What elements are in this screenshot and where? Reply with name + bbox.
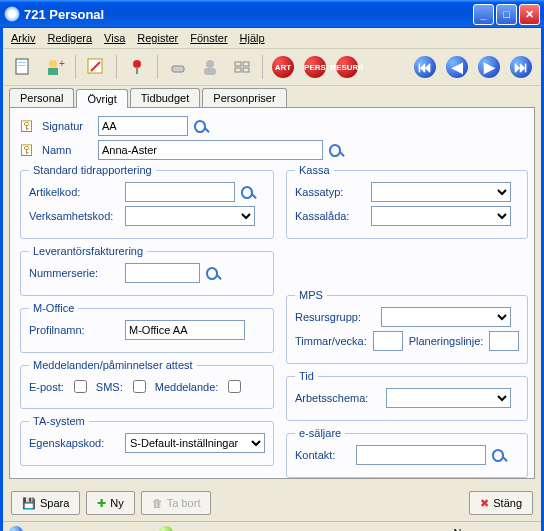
egenskapskod-label: Egenskapskod: (29, 437, 119, 449)
timmar-input[interactable] (373, 331, 403, 351)
save-label: Spara (40, 497, 69, 509)
tab-tidbudget[interactable]: Tidbudget (130, 88, 201, 107)
signatur-search-icon[interactable] (194, 117, 212, 135)
nummerserie-input[interactable] (125, 263, 200, 283)
svg-point-11 (206, 60, 214, 68)
x-icon: ✖ (480, 497, 489, 510)
verksamhetskod-label: Verksamhetskod: (29, 210, 119, 222)
badge-art[interactable]: ART (269, 53, 297, 81)
status-dot-green (159, 526, 173, 532)
menu-hjalp[interactable]: Hjälp (240, 32, 265, 44)
group-leverantorsfakturering: Leverantörsfakturering Nummerserie: (20, 245, 274, 296)
menu-visa[interactable]: Visa (104, 32, 125, 44)
svg-rect-0 (16, 59, 28, 74)
planeringslinje-input[interactable] (489, 331, 519, 351)
new-doc-icon[interactable] (9, 53, 37, 81)
kassatyp-label: Kassatyp: (295, 186, 365, 198)
svg-rect-13 (235, 62, 241, 66)
artikelkod-search-icon[interactable] (241, 183, 259, 201)
menu-register[interactable]: Register (137, 32, 178, 44)
signatur-input[interactable] (98, 116, 188, 136)
sms-label: SMS: (96, 381, 123, 393)
legend-es: e-säljare (295, 427, 345, 439)
nav-last-icon[interactable]: ⏭ (507, 53, 535, 81)
statusbar: Ny (3, 521, 541, 531)
timmar-label: Timmar/vecka: (295, 335, 367, 347)
footer: 💾 Spara ✚ Ny 🗑 Ta bort ✖ Stäng (3, 485, 541, 521)
close-label: Stäng (493, 497, 522, 509)
kassalada-select[interactable] (371, 206, 511, 226)
svg-rect-14 (243, 62, 249, 66)
epost-label: E-post: (29, 381, 64, 393)
badge-resurs[interactable]: RESURS (333, 53, 361, 81)
eraser-icon[interactable] (164, 53, 192, 81)
namn-search-icon[interactable] (329, 141, 347, 159)
plus-icon: ✚ (97, 497, 106, 510)
tabstrip: Personal Övrigt Tidbudget Personpriser (3, 88, 541, 107)
status-ny[interactable]: Ny (454, 527, 467, 532)
kontakt-search-icon[interactable] (492, 446, 510, 464)
key-icon: ⚿ (20, 118, 36, 134)
svg-rect-12 (204, 68, 216, 75)
egenskapskod-select[interactable]: S-Default-inställningar (125, 433, 265, 453)
tab-personpriser[interactable]: Personpriser (202, 88, 286, 107)
svg-rect-1 (18, 62, 26, 63)
add-person-icon[interactable]: + (41, 53, 69, 81)
new-label: Ny (110, 497, 123, 509)
tab-personal[interactable]: Personal (9, 88, 74, 107)
arbetsschema-label: Arbetsschema: (295, 392, 380, 404)
close-button[interactable]: ✕ (519, 4, 540, 25)
artikelkod-label: Artikelkod: (29, 186, 119, 198)
tab-ovrigt[interactable]: Övrigt (76, 89, 127, 108)
nav-next-icon[interactable]: ▶ (475, 53, 503, 81)
kassalada-label: Kassalåda: (295, 210, 365, 222)
delete-button: 🗑 Ta bort (141, 491, 212, 515)
verksamhetskod-select[interactable] (125, 206, 255, 226)
person-grey-icon[interactable] (196, 53, 224, 81)
artikelkod-input[interactable] (125, 182, 235, 202)
pin-icon[interactable] (123, 53, 151, 81)
badge-pers[interactable]: PERS (301, 53, 329, 81)
profilnamn-input[interactable] (125, 320, 245, 340)
menu-fonster[interactable]: Fönster (190, 32, 227, 44)
kontakt-input[interactable] (356, 445, 486, 465)
minimize-button[interactable]: _ (473, 4, 494, 25)
legend-std: Standard tidrapportering (29, 164, 156, 176)
svg-rect-2 (18, 65, 26, 66)
svg-rect-10 (172, 66, 184, 72)
svg-point-3 (49, 60, 57, 68)
svg-point-8 (133, 60, 141, 68)
epost-checkbox[interactable] (74, 380, 87, 393)
group-standard-tidrapportering: Standard tidrapportering Artikelkod: Ver… (20, 164, 274, 239)
nummerserie-search-icon[interactable] (206, 264, 224, 282)
floppy-icon: 💾 (22, 497, 36, 510)
maximize-button[interactable]: □ (496, 4, 517, 25)
resursgrupp-label: Resursgrupp: (295, 311, 375, 323)
legend-medd: Meddelanden/påminnelser attest (29, 359, 197, 371)
nav-prev-icon[interactable]: ◀ (443, 53, 471, 81)
menu-arkiv[interactable]: Arkiv (11, 32, 35, 44)
resursgrupp-select[interactable] (381, 307, 511, 327)
edit-icon[interactable] (82, 53, 110, 81)
new-button[interactable]: ✚ Ny (86, 491, 134, 515)
menu-redigera[interactable]: Redigera (47, 32, 92, 44)
legend-tid: Tid (295, 370, 318, 382)
meddelande-checkbox[interactable] (228, 380, 241, 393)
svg-rect-4 (48, 68, 58, 75)
kassatyp-select[interactable] (371, 182, 511, 202)
menubar: Arkiv Redigera Visa Register Fönster Hjä… (3, 28, 541, 49)
close-dialog-button[interactable]: ✖ Stäng (469, 491, 533, 515)
nav-first-icon[interactable]: ⏮ (411, 53, 439, 81)
legend-lev: Leverantörsfakturering (29, 245, 147, 257)
legend-kassa: Kassa (295, 164, 334, 176)
grid-icon[interactable] (228, 53, 256, 81)
status-dot-blue (9, 526, 23, 532)
save-button[interactable]: 💾 Spara (11, 491, 80, 515)
sms-checkbox[interactable] (133, 380, 146, 393)
group-meddelanden: Meddelanden/påminnelser attest E-post: S… (20, 359, 274, 409)
legend-mps: MPS (295, 289, 327, 301)
trash-icon: 🗑 (152, 497, 163, 509)
group-kassa: Kassa Kassatyp: Kassalåda: (286, 164, 528, 239)
namn-input[interactable] (98, 140, 323, 160)
arbetsschema-select[interactable] (386, 388, 511, 408)
